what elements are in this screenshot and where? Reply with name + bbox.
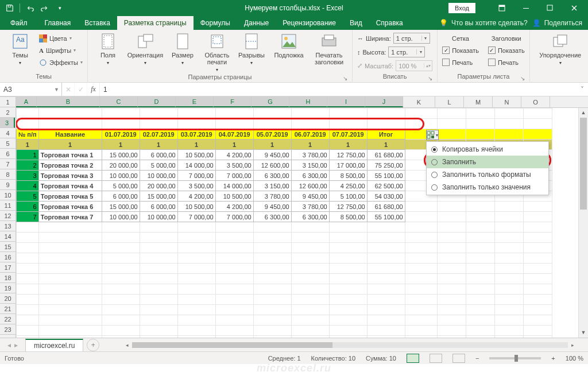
menu-fill-formatting[interactable]: Заполнить только форматы [427,168,548,181]
horizontal-scrollbar[interactable]: ◂▸ [122,340,578,350]
row-header[interactable]: 5 [0,138,16,149]
row-header[interactable]: 13 [0,221,16,231]
cell[interactable]: Торговая точка 1 [38,150,102,160]
cell[interactable]: 3 [17,171,39,181]
cell[interactable]: 1 [140,140,177,150]
column-header[interactable]: L [435,96,464,107]
cell[interactable]: 6 [17,202,39,212]
cell[interactable]: 7 [17,212,39,222]
cell[interactable]: Итог [367,129,405,140]
fit-height[interactable]: ↕Высота:1 стр.▾ [357,46,425,58]
cell[interactable]: 10 500,00 [215,191,253,202]
orientation-button[interactable]: Ориентация▾ [127,32,164,67]
enter-formula-icon[interactable]: ✓ [75,83,87,96]
column-header[interactable]: E [176,96,214,107]
print-area-button[interactable]: Область печати▾ [202,32,233,73]
row-header[interactable]: 8 [0,169,16,180]
cell[interactable]: 12 750,00 [329,202,367,212]
dialog-launcher-icon[interactable]: ↘ [520,75,525,82]
zoom-level[interactable]: 100 % [566,355,583,362]
signin-button[interactable]: Вход [448,3,475,13]
cell[interactable]: 61 680,00 [367,202,405,212]
zoom-in-icon[interactable]: + [551,355,555,362]
theme-fonts[interactable]: AШрифты ▾ [39,44,83,56]
name-box[interactable]: A3▼ [0,83,62,96]
row-header[interactable]: 19 [0,283,16,293]
cell[interactable]: 04.07.2019 [215,129,253,140]
cell[interactable]: Торговая точка 4 [38,181,102,191]
gridlines-view-checkbox[interactable]: ✓Показать [442,44,479,56]
row-header[interactable]: 23 [0,324,16,335]
cell[interactable]: 15 000,00 [102,150,140,160]
cell[interactable]: 3 780,00 [253,191,291,202]
cell[interactable]: 4 200,00 [177,191,215,202]
cell[interactable]: 15 000,00 [102,202,140,212]
insert-function-icon[interactable]: fx [87,83,100,96]
gridlines-print-checkbox[interactable]: Печать [442,56,479,68]
row-header[interactable]: 2 [0,107,16,118]
cell[interactable]: Торговая точка 2 [38,160,102,171]
column-header[interactable]: D [138,96,176,107]
row-header[interactable]: 1 [0,97,16,107]
cell[interactable]: 5 [17,191,39,202]
zoom-slider[interactable] [489,357,541,359]
cell[interactable]: 1 [329,140,367,150]
cell[interactable]: 3 150,00 [253,181,291,191]
column-header[interactable]: H [289,96,327,107]
cell[interactable]: 20 000,00 [102,160,140,171]
row-header[interactable]: 17 [0,262,16,273]
cell[interactable]: 06.07.2019 [291,129,329,140]
save-icon[interactable] [3,2,16,14]
cell[interactable]: 8 500,00 [329,171,367,181]
tab-page-layout[interactable]: Разметка страницы [117,16,194,30]
cell[interactable]: 1 [38,140,102,150]
cell[interactable]: 12 600,00 [253,160,291,171]
cell[interactable]: 3 500,00 [215,160,253,171]
cell[interactable]: 54 030,00 [367,191,405,202]
cell[interactable]: 12 750,00 [329,150,367,160]
cell[interactable]: 10 000,00 [102,171,140,181]
cell[interactable]: 01.07.2019 [102,129,140,140]
cell[interactable]: 1 [17,150,39,160]
row-header[interactable]: 7 [0,159,16,169]
column-header[interactable]: A [16,96,37,107]
row-header[interactable]: 4 [0,128,16,138]
cell[interactable]: 17 000,00 [329,160,367,171]
breaks-button[interactable]: Разрывы▾ [236,32,267,67]
cell[interactable]: 07.07.2019 [329,129,367,140]
qat-customize-icon[interactable]: ▾ [53,2,66,14]
cell[interactable]: 02.07.2019 [140,129,177,140]
cell[interactable]: 15 000,00 [140,191,177,202]
cancel-formula-icon[interactable]: ✕ [62,83,75,96]
cell[interactable]: 1 [177,140,215,150]
expand-formula-bar-icon[interactable]: ˅ [577,86,588,94]
cell[interactable]: 7 000,00 [177,212,215,222]
tab-formulas[interactable]: Формулы [194,16,237,30]
cell[interactable]: 6 000,00 [140,150,177,160]
cell[interactable]: 03.07.2019 [177,129,215,140]
cell[interactable]: 10 500,00 [177,150,215,160]
cell[interactable]: 3 150,00 [291,160,329,171]
cell[interactable]: 9 450,00 [253,150,291,160]
maximize-icon[interactable] [539,0,562,16]
menu-copy-cells[interactable]: Копировать ячейки [427,143,548,156]
cell[interactable]: 7 000,00 [215,212,253,222]
worksheet-grid[interactable]: 1234567891011121314151617181920212223242… [0,96,588,338]
row-header[interactable]: 10 [0,190,16,200]
cell[interactable]: 14 000,00 [177,160,215,171]
cell[interactable]: 9 450,00 [253,202,291,212]
headings-view-checkbox[interactable]: ✓Показать [488,44,525,56]
row-header[interactable]: 9 [0,180,16,190]
cell[interactable]: 7 000,00 [215,171,253,181]
cell[interactable]: Торговая точка 3 [38,171,102,181]
menu-fill-series[interactable]: Заполнить [427,156,548,168]
cell[interactable]: 3 780,00 [291,202,329,212]
column-header[interactable]: M [464,96,493,107]
ribbon-display-options-icon[interactable] [490,0,513,16]
new-sheet-button[interactable]: + [87,339,99,351]
fit-width[interactable]: ↔Ширина:1 стр.▾ [357,32,430,44]
autofill-options-button[interactable]: ▾ [426,130,439,140]
cell[interactable]: 4 200,00 [215,150,253,160]
tab-insert[interactable]: Вставка [78,16,117,30]
row-header[interactable]: 3 [0,118,15,128]
